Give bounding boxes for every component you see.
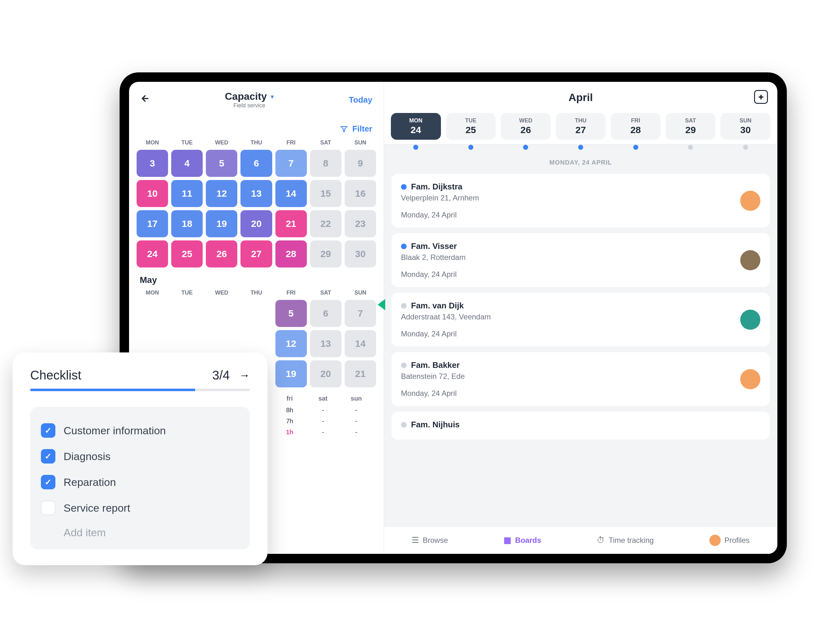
schedule-card[interactable]: Fam. Nijhuis [392,412,770,440]
checklist-item-label: Diagnosis [63,450,111,463]
calendar-day[interactable]: 21 [275,210,307,237]
calendar-day[interactable]: 12 [275,330,307,357]
checklist-title: Checklist [30,368,81,382]
calendar-day[interactable]: 17 [137,210,168,237]
calendar-day[interactable]: 16 [345,180,376,207]
weekday-short: WED [501,117,551,124]
calendar-day[interactable]: 6 [240,150,272,177]
filter-button[interactable]: Filter [340,124,372,134]
calendar-day[interactable]: 3 [137,150,168,177]
card-customer-name: Fam. Visser [411,242,457,251]
weekday-label: MON [137,139,168,146]
hours-cell: - [306,407,339,414]
calendar-day[interactable]: 7 [275,150,307,177]
calendar-day[interactable]: 29 [310,240,341,267]
calendar-day[interactable]: 27 [240,240,272,267]
calendar-day[interactable]: 11 [171,180,203,207]
week-day-button[interactable]: SUN30 [720,113,771,140]
checkbox[interactable]: ✓ [41,475,55,489]
checkbox[interactable] [41,501,55,515]
calendar-day[interactable]: 14 [345,330,376,357]
calendar-day[interactable]: 19 [206,210,237,237]
month-title: April [568,91,593,104]
card-date: Monday, 24 April [401,270,466,279]
filter-row: Filter [129,115,384,139]
calendar-day[interactable]: 5 [275,300,307,327]
nav-browse[interactable]: ☰ Browse [412,535,448,545]
calendar-day[interactable]: 8 [310,150,341,177]
weekday-label: WED [206,139,237,146]
nav-boards[interactable]: ▦ Boards [504,535,541,545]
week-day-button[interactable]: MON24 [391,113,441,140]
hours-col-header: sun [339,395,373,402]
nav-profiles[interactable]: Profiles [709,535,750,546]
checklist-item[interactable]: ✓Diagnosis [41,444,239,469]
week-day-button[interactable]: FRI28 [611,113,661,140]
calendar-day[interactable]: 14 [275,180,307,207]
calendar-day[interactable]: 25 [171,240,203,267]
back-button[interactable] [141,94,150,106]
list-icon: ☰ [412,535,419,545]
schedule-date-label: MONDAY, 24 APRIL [384,159,777,166]
add-button[interactable]: + [754,90,768,104]
calendar-day[interactable]: 30 [345,240,376,267]
add-item-button[interactable]: Add item [41,521,239,539]
calendar-day[interactable]: 12 [206,180,237,207]
title-block[interactable]: Capacity ▾ Field service [225,91,273,109]
schedule-card[interactable]: Fam. van DijkAdderstraat 143, VeendamMon… [392,293,770,346]
calendar-day[interactable]: 24 [137,240,168,267]
checklist-item[interactable]: Service report [41,495,239,521]
week-day-button[interactable]: WED26 [501,113,551,140]
hours-cell: - [306,429,339,436]
calendar-day[interactable]: 22 [310,210,341,237]
weekday-number: 25 [446,125,496,135]
schedule-card[interactable]: Fam. DijkstraVelperplein 21, ArnhemMonda… [392,174,770,227]
calendar-day[interactable]: 26 [206,240,237,267]
calendar-day[interactable]: 20 [240,210,272,237]
checkbox[interactable]: ✓ [41,449,55,464]
panel-subtitle: Field service [225,102,273,109]
calendar-day[interactable]: 9 [345,150,376,177]
weekday-label: SUN [345,139,376,146]
arrow-right-icon[interactable]: → [239,369,250,381]
calendar-day[interactable]: 13 [310,330,341,357]
weekday-short: MON [391,117,441,124]
status-dot [401,184,407,190]
week-day-button[interactable]: TUE25 [446,113,496,140]
card-address: Velperplein 21, Arnhem [401,194,479,202]
week-day-button[interactable]: THU27 [556,113,606,140]
status-dot [401,363,407,368]
calendar-day[interactable]: 18 [171,210,203,237]
calendar-day[interactable]: 5 [206,150,237,177]
schedule-body: MONDAY, 24 APRIL Fam. DijkstraVelperplei… [384,144,777,554]
weekday-label: SAT [310,139,341,146]
schedule-card[interactable]: Fam. VisserBlaak 2, RotterdamMonday, 24 … [392,233,770,287]
weekday-number: 24 [391,125,441,135]
today-button[interactable]: Today [349,95,372,105]
calendar-day[interactable]: 4 [171,150,203,177]
calendar-day[interactable]: 19 [275,360,307,387]
calendar-day[interactable]: 23 [345,210,376,237]
chevron-down-icon: ▾ [271,93,274,100]
assignee-avatar [740,191,760,211]
calendar-day[interactable]: 21 [345,360,376,387]
checklist-item[interactable]: ✓Reparation [41,469,239,495]
calendar-day[interactable]: 6 [310,300,341,327]
calendar-day[interactable]: 13 [240,180,272,207]
checklist-panel: Checklist 3/4 → ✓Customer information✓Di… [13,352,267,565]
calendar-day[interactable]: 7 [345,300,376,327]
checklist-items: ✓Customer information✓Diagnosis✓Reparati… [30,407,250,549]
checkbox[interactable]: ✓ [41,423,55,438]
stopwatch-icon: ⏱ [597,535,605,545]
schedule-card[interactable]: Fam. BakkerBatenstein 72, EdeMonday, 24 … [392,352,770,406]
checklist-item[interactable]: ✓Customer information [41,418,239,444]
nav-time-tracking[interactable]: ⏱ Time tracking [597,535,654,545]
calendar-day[interactable]: 28 [275,240,307,267]
april-grid: 3456789101112131415161718192021222324252… [137,150,376,267]
week-day-button[interactable]: SAT29 [666,113,716,140]
checklist-progress-fill [30,388,195,391]
calendar-day[interactable]: 10 [137,180,168,207]
svg-marker-1 [341,126,347,131]
calendar-day[interactable]: 20 [310,360,341,387]
calendar-day[interactable]: 15 [310,180,341,207]
